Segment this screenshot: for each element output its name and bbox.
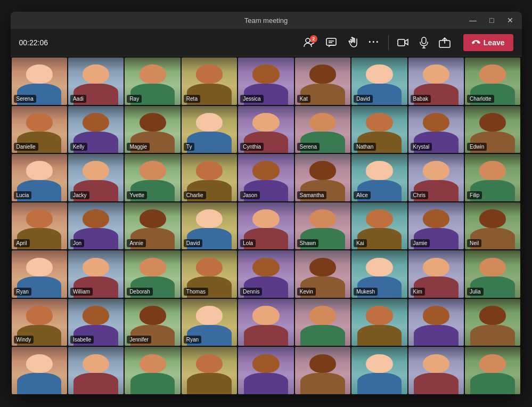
participant-cell[interactable]: April	[12, 202, 67, 250]
participant-cell[interactable]: Windy	[12, 299, 67, 346]
meeting-timer: 00:22:06	[19, 38, 48, 47]
participant-cell[interactable]: Chris	[408, 154, 464, 201]
participant-name-label: Kevin	[297, 288, 316, 296]
participant-name-label: Jennifer	[127, 336, 151, 344]
participant-cell[interactable]: Serena	[295, 106, 350, 153]
participant-cell[interactable]: Kai	[351, 202, 407, 250]
participant-cell[interactable]: Jason	[238, 154, 293, 201]
participant-name-label: Lucia	[14, 191, 32, 199]
teams-window: Team meeting — □ ✕ 00:22:06 2	[11, 12, 522, 395]
video-grid: SerenaAadiRayRetaJessicaKatDavidBabakCha…	[11, 56, 522, 395]
camera-button[interactable]	[393, 35, 413, 51]
participant-name-label: David	[354, 95, 373, 103]
participant-cell[interactable]: Serena	[12, 58, 67, 105]
participant-name-label: Julia	[467, 288, 484, 296]
participant-cell[interactable]: Lucia	[12, 154, 67, 201]
participant-cell[interactable]	[12, 347, 67, 394]
participant-cell[interactable]: Shawn	[295, 202, 350, 250]
participant-cell[interactable]: Charlotte	[465, 58, 520, 105]
participant-cell[interactable]	[182, 347, 237, 394]
participant-cell[interactable]: Charlie	[182, 154, 237, 201]
participant-cell[interactable]: Aadi	[68, 58, 124, 105]
participant-cell[interactable]: Kelly	[68, 106, 124, 153]
leave-label: Leave	[484, 38, 505, 47]
participant-name-label: Kai	[354, 239, 366, 247]
participant-cell[interactable]: Filip	[465, 154, 520, 201]
raise-hand-icon	[347, 37, 358, 48]
participant-cell[interactable]: Babak	[408, 58, 464, 105]
participant-cell[interactable]: Maggie	[125, 106, 180, 153]
participant-cell[interactable]: Reta	[182, 58, 237, 105]
participant-cell[interactable]: Ryan	[182, 299, 237, 346]
participant-cell[interactable]: Neil	[465, 202, 520, 250]
participant-cell[interactable]: Jamie	[408, 202, 464, 250]
participant-cell[interactable]	[351, 299, 407, 346]
participant-cell[interactable]: Jacky	[68, 154, 124, 201]
participant-cell[interactable]: Thomas	[182, 250, 237, 298]
more-options-button[interactable]: ···	[364, 34, 384, 51]
participant-name-label: April	[14, 239, 30, 247]
participant-name-label: Charlie	[184, 191, 206, 199]
participant-name-label: Lola	[240, 239, 256, 247]
participant-cell[interactable]: Samantha	[295, 154, 350, 201]
share-button[interactable]	[435, 34, 455, 51]
participant-cell[interactable]: William	[68, 250, 124, 298]
participants-button[interactable]: 2	[299, 34, 320, 51]
participant-cell[interactable]	[68, 347, 124, 394]
participant-cell[interactable]: Jon	[68, 202, 124, 250]
participant-cell[interactable]: David	[351, 58, 407, 105]
participant-cell[interactable]: Julia	[465, 250, 520, 298]
participant-name-label: Dennis	[240, 288, 262, 296]
participant-cell[interactable]: Ray	[125, 58, 180, 105]
participant-cell[interactable]: Yvette	[125, 154, 180, 201]
participant-name-label: Babak	[411, 95, 431, 103]
minimize-button[interactable]: —	[467, 16, 479, 25]
participant-cell[interactable]: Dennis	[238, 250, 293, 298]
participant-cell[interactable]	[465, 347, 520, 394]
participant-cell[interactable]: Isabelle	[68, 299, 124, 346]
participant-cell[interactable]: David	[182, 202, 237, 250]
more-icon: ···	[369, 37, 380, 48]
participant-cell[interactable]: Kevin	[295, 250, 350, 298]
participant-cell[interactable]	[295, 347, 350, 394]
participant-name-label: Thomas	[184, 288, 208, 296]
participant-cell[interactable]: Alice	[351, 154, 407, 201]
participant-cell[interactable]	[238, 347, 293, 394]
participant-cell[interactable]: Deborah	[125, 250, 180, 298]
participant-cell[interactable]: Danielle	[12, 106, 67, 153]
chat-button[interactable]	[322, 34, 341, 51]
participant-cell[interactable]: Jessica	[238, 58, 293, 105]
participant-cell[interactable]	[465, 299, 520, 346]
participant-name-label: Nathan	[354, 143, 376, 151]
participant-name-label: Shawn	[297, 239, 319, 247]
leave-button[interactable]: Leave	[463, 34, 513, 51]
participant-cell[interactable]	[238, 299, 293, 346]
participant-cell[interactable]: Kat	[295, 58, 350, 105]
mic-button[interactable]	[415, 34, 432, 52]
participant-cell[interactable]: Edwin	[465, 106, 520, 153]
participant-cell[interactable]	[125, 347, 180, 394]
svg-point-0	[306, 38, 310, 43]
participant-cell[interactable]: Mukesh	[351, 250, 407, 298]
participant-name-label: Aadi	[70, 95, 86, 103]
participant-name-label: Neil	[467, 239, 481, 247]
participant-cell[interactable]: Kim	[408, 250, 464, 298]
window-title: Team meeting	[244, 17, 288, 25]
participant-cell[interactable]: Cynthia	[238, 106, 293, 153]
participant-cell[interactable]	[295, 299, 350, 346]
raise-hand-button[interactable]	[343, 34, 362, 52]
participant-cell[interactable]: Ty	[182, 106, 237, 153]
participant-name-label: Serena	[297, 143, 320, 151]
participant-cell[interactable]: Nathan	[351, 106, 407, 153]
participant-cell[interactable]: Ryan	[12, 250, 67, 298]
participant-name-label: Reta	[184, 95, 200, 103]
participant-cell[interactable]	[351, 347, 407, 394]
maximize-button[interactable]: □	[487, 16, 496, 25]
participant-cell[interactable]: Krystal	[408, 106, 464, 153]
participant-cell[interactable]: Jennifer	[125, 299, 180, 346]
participant-cell[interactable]	[408, 347, 464, 394]
participant-cell[interactable]: Annie	[125, 202, 180, 250]
close-button[interactable]: ✕	[505, 16, 515, 25]
participant-cell[interactable]: Lola	[238, 202, 293, 250]
participant-cell[interactable]	[408, 299, 464, 346]
